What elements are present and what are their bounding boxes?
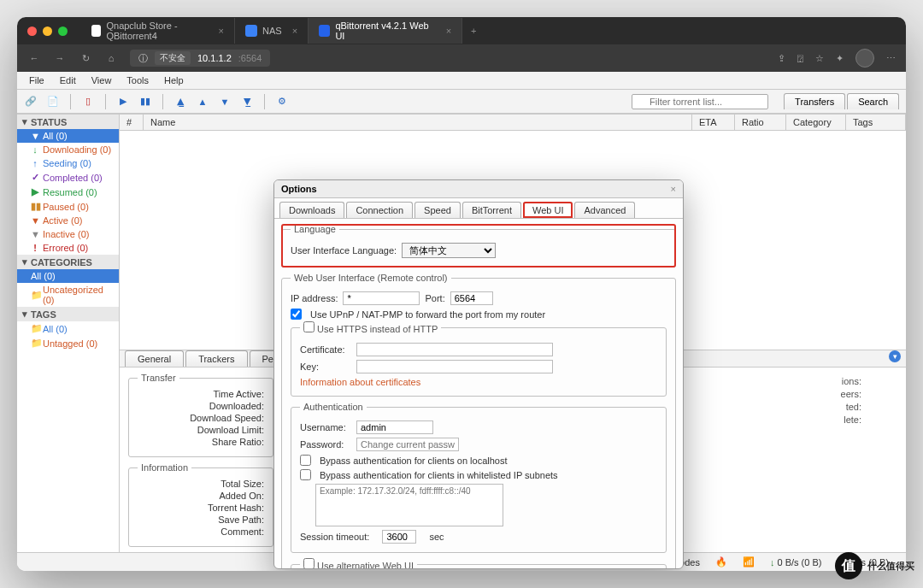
sidebar-status-paused[interactable]: ▮▮Paused (0): [17, 199, 119, 214]
filter-input[interactable]: [632, 94, 768, 109]
tab-search[interactable]: Search: [847, 93, 899, 109]
altwebui-checkbox[interactable]: [303, 558, 315, 568]
delete-icon[interactable]: ▯: [81, 95, 95, 109]
sidebar-status-resumed[interactable]: ▶Resumed (0): [17, 185, 119, 199]
password-input[interactable]: [356, 438, 459, 451]
sidebar-status-completed[interactable]: ✓Completed (0): [17, 170, 119, 185]
sidebar-categories-header[interactable]: ▾ CATEGORIES: [17, 255, 119, 269]
speed-icon[interactable]: 📶: [743, 556, 755, 567]
sidebar-cat-uncategorized[interactable]: 📁Uncategorized (0): [17, 283, 119, 307]
browser-tab-2[interactable]: qBittorrent v4.2.1 Web UI×: [309, 18, 462, 44]
expand-icon[interactable]: ▾: [889, 350, 901, 362]
sidebar-status-errored[interactable]: !Errored (0): [17, 241, 119, 255]
ip-input[interactable]: [343, 291, 420, 305]
sidebar-status-inactive[interactable]: ▼Inactive (0): [17, 227, 119, 241]
menu-help[interactable]: Help: [157, 74, 191, 87]
move-up-icon[interactable]: ▲: [196, 95, 209, 109]
close-icon[interactable]: ×: [292, 26, 297, 36]
col-category[interactable]: Category: [786, 115, 846, 130]
filter-box: [632, 94, 768, 109]
connection-icon: 🔥: [715, 556, 727, 567]
close-icon[interactable]: ×: [446, 26, 451, 36]
sidebar-status-active[interactable]: ▼Active (0): [17, 214, 119, 227]
resume-icon[interactable]: ▶: [116, 95, 130, 109]
pause-icon[interactable]: ▮▮: [138, 95, 152, 109]
menu-view[interactable]: View: [85, 74, 119, 87]
url-port: :6564: [238, 53, 262, 63]
https-fieldset: Use HTTPS instead of HTTP Certificate: K…: [291, 321, 667, 397]
options-title: Options: [281, 184, 317, 194]
right-partial-labels: ions: eers: ted: lete:: [841, 375, 861, 426]
add-link-icon[interactable]: 🔗: [24, 95, 38, 109]
tab-connection[interactable]: Connection: [346, 202, 413, 218]
zoom-icon[interactable]: [58, 26, 68, 36]
minimize-icon[interactable]: [43, 26, 52, 36]
menu-file[interactable]: File: [22, 74, 51, 87]
tab-bittorrent[interactable]: BitTorrent: [462, 202, 521, 218]
home-icon[interactable]: ⌂: [104, 53, 118, 63]
favorites-icon[interactable]: ✦: [836, 53, 844, 64]
browser-tab-0[interactable]: Qnapclub Store - QBittorrent4×: [81, 18, 235, 44]
back-icon[interactable]: ←: [27, 53, 41, 63]
new-tab-button[interactable]: +: [462, 26, 485, 36]
col-tags[interactable]: Tags: [846, 115, 906, 130]
sidebar-cat-all[interactable]: All (0): [17, 269, 119, 283]
tab-downloads[interactable]: Downloads: [279, 202, 344, 218]
move-down-icon[interactable]: ▼: [218, 95, 232, 109]
menu-edit[interactable]: Edit: [53, 74, 83, 87]
add-file-icon[interactable]: 📄: [46, 95, 60, 109]
tab-general[interactable]: General: [125, 350, 184, 367]
toolbar: 🔗 📄 ▯ ▶ ▮▮ ▲̲ ▲ ▼ ▼̲ ⚙ Transfers Search: [17, 90, 906, 114]
sidebar-status-seeding[interactable]: ↑Seeding (0): [17, 156, 119, 170]
username-input[interactable]: [356, 420, 433, 434]
menu-icon[interactable]: ⋯: [886, 53, 896, 64]
col-name[interactable]: Name: [144, 115, 692, 130]
move-top-icon[interactable]: ▲̲: [173, 95, 187, 109]
sidebar-tags-header[interactable]: ▾ TAGS: [17, 307, 119, 321]
favicon-icon: [91, 25, 101, 37]
cert-input[interactable]: [356, 343, 553, 356]
menubar: File Edit View Tools Help: [17, 72, 906, 90]
url-box[interactable]: ⓘ 不安全 10.1.1.2:6564: [130, 50, 270, 67]
col-ratio[interactable]: Ratio: [735, 115, 786, 130]
timeout-input[interactable]: [382, 530, 416, 544]
key-input[interactable]: [356, 360, 553, 373]
col-eta[interactable]: ETA: [692, 115, 735, 130]
tab-transfers[interactable]: Transfers: [784, 93, 845, 109]
forward-icon[interactable]: →: [53, 53, 67, 63]
browser-tab-1[interactable]: NAS×: [235, 18, 309, 44]
gear-icon[interactable]: ⚙: [275, 95, 289, 109]
tab-trackers[interactable]: Trackers: [185, 350, 247, 367]
avatar[interactable]: [855, 49, 874, 68]
tab-webui[interactable]: Web UI: [523, 202, 573, 218]
reader-icon[interactable]: ⇪: [778, 53, 785, 64]
upnp-checkbox[interactable]: [291, 309, 302, 320]
star-icon[interactable]: ☆: [815, 53, 824, 64]
reload-icon[interactable]: ↻: [79, 53, 92, 64]
bypass-subnet-checkbox[interactable]: [300, 469, 311, 480]
menu-tools[interactable]: Tools: [120, 74, 156, 87]
close-icon[interactable]: ×: [219, 26, 224, 36]
sidebar-status-all[interactable]: ▼All (0): [17, 129, 119, 143]
sidebar: ▾ STATUS ▼All (0) ↓Downloading (0) ↑Seed…: [17, 115, 120, 552]
translate-icon[interactable]: ⍰: [797, 53, 803, 63]
tab-speed[interactable]: Speed: [414, 202, 461, 218]
https-checkbox[interactable]: [303, 321, 315, 332]
sidebar-tag-untagged[interactable]: 📁Untagged (0): [17, 336, 119, 350]
move-bottom-icon[interactable]: ▼̲: [240, 95, 254, 109]
close-icon[interactable]: [27, 26, 37, 36]
port-input[interactable]: [450, 291, 493, 305]
cert-info-link[interactable]: Information about certificates: [300, 377, 420, 387]
tab-advanced[interactable]: Advanced: [574, 202, 635, 218]
sidebar-status-downloading[interactable]: ↓Downloading (0): [17, 143, 119, 156]
bypass-localhost-checkbox[interactable]: [300, 455, 311, 466]
subnet-textarea[interactable]: [315, 484, 503, 526]
url-host: 10.1.1.2: [197, 53, 232, 63]
close-icon[interactable]: ×: [671, 184, 676, 194]
sidebar-status-header[interactable]: ▾ STATUS: [17, 115, 119, 129]
traffic-lights[interactable]: [27, 26, 68, 36]
address-bar: ← → ↻ ⌂ ⓘ 不安全 10.1.1.2:6564 ⇪ ⍰ ☆ ✦ ⋯: [17, 44, 906, 72]
col-num[interactable]: #: [120, 115, 144, 130]
sidebar-tag-all[interactable]: 📁All (0): [17, 321, 119, 336]
language-select[interactable]: 简体中文: [402, 243, 496, 258]
